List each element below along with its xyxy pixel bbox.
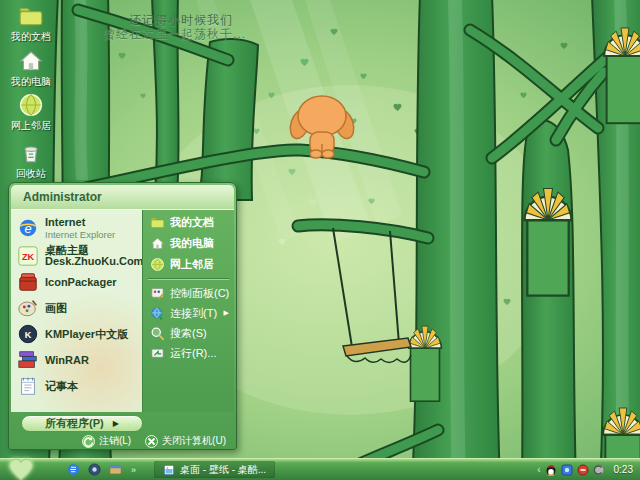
system-tray: ‹ 0:23 [537,464,640,476]
desktop-icon-label: 回收站 [16,167,46,181]
shutdown-button[interactable]: 关闭计算机(U) [145,434,226,448]
desktop-icon-my-documents[interactable]: 我的文档 [0,3,62,44]
item-title: IconPackager [45,277,117,288]
item-label: 我的文档 [170,215,214,230]
start-menu-item-my-documents[interactable]: 我的文档 [143,212,234,233]
tray-collapse-chevron[interactable]: ‹ [537,464,540,475]
my-computer-icon [18,48,44,74]
desktop-icon-label: 我的电脑 [11,75,51,89]
item-label: 运行(R)... [170,346,216,361]
item-label: 网上邻居 [170,257,214,272]
item-title: 记事本 [45,381,78,392]
item-label: 我的电脑 [170,236,214,251]
control-panel-icon [150,286,165,301]
zhuoku-theme-icon: ZK [17,245,39,267]
notepad-icon [17,375,39,397]
start-menu-item-iconpackager[interactable]: IconPackager [13,269,140,295]
paint-icon [17,297,39,319]
start-menu-item-zhuoku-theme[interactable]: ZK 桌酷主题Desk.ZhuoKu.Com [13,243,140,269]
quick-launch-ie-icon[interactable] [66,462,81,477]
task-button-wallpaper[interactable]: 桌面 - 壁纸 - 桌酷... [154,461,275,478]
tray-alert-icon[interactable] [577,464,589,476]
item-title: KMPlayer中文版 [45,329,128,340]
desktop-screen: 还记得小时候我们 曾经在这里一起荡秋千... 我的文档 我的电脑 网上邻居 回收… [0,0,640,480]
taskbar: » 桌面 - 壁纸 - 桌酷... ‹ [0,458,640,480]
kmplayer-icon: K [17,323,39,345]
item-title: 桌酷主题Desk.ZhuoKu.Com [45,245,143,267]
logoff-button[interactable]: 注销(L) [82,434,131,448]
item-label: 连接到(T) [170,306,217,321]
recycle-bin-icon [18,140,44,166]
svg-text:e: e [24,221,31,236]
item-label: 搜索(S) [170,326,207,341]
shutdown-label: 关闭计算机(U) [162,434,226,448]
quick-launch-overflow-chevron[interactable]: » [129,465,138,475]
task-button-label: 桌面 - 壁纸 - 桌酷... [180,463,266,477]
tray-security-icon[interactable] [561,464,573,476]
winrar-icon [17,349,39,371]
quick-launch-folder-icon[interactable] [108,462,123,477]
item-title: 画图 [45,303,67,314]
logoff-icon [82,435,95,448]
start-menu-item-notepad[interactable]: 记事本 [13,373,140,399]
desktop-icon-recycle-bin[interactable]: 回收站 [0,140,62,181]
start-menu-item-run[interactable]: 运行(R)... [143,343,234,363]
start-menu-item-internet[interactable]: e Internet Internet Explorer [13,213,140,243]
my-documents-icon [18,3,44,29]
internet-explorer-icon: e [17,217,39,239]
run-icon [150,346,165,361]
submenu-arrow-icon: ▶ [224,309,231,317]
start-menu-pinned-list: e Internet Internet Explorer ZK 桌酷主题Desk… [11,210,142,412]
start-heart-icon [6,457,36,480]
quick-launch-kmplayer-icon[interactable] [87,462,102,477]
start-menu-item-connect-to[interactable]: 连接到(T) ▶ [143,303,234,323]
start-menu-item-control-panel[interactable]: 控制面板(C) [143,283,234,303]
iconpackager-icon [17,271,39,293]
tray-qq-icon[interactable] [545,464,557,476]
start-menu-item-kmplayer[interactable]: K KMPlayer中文版 [13,321,140,347]
item-title: Internet [45,217,115,228]
item-label: 控制面板(C) [170,286,229,301]
all-programs-arrow-icon: ▶ [113,419,119,428]
item-subtitle: Internet Explorer [45,230,115,240]
desktop-icon-label: 网上邻居 [11,119,51,133]
start-menu-item-network-places[interactable]: 网上邻居 [143,254,234,275]
my-computer-icon [150,236,165,251]
svg-text:K: K [25,330,32,340]
item-title: WinRAR [45,355,89,366]
desktop-icon-label: 我的文档 [11,30,51,44]
desktop-icon-my-computer[interactable]: 我的电脑 [0,48,62,89]
start-button[interactable] [0,459,42,480]
svg-text:ZK: ZK [22,252,35,262]
task-window-icon [163,464,175,476]
network-places-icon [18,92,44,118]
start-menu-places-list: 我的文档 我的电脑 网上邻居 [142,210,234,412]
start-menu-item-my-computer[interactable]: 我的电脑 [143,233,234,254]
logoff-label: 注销(L) [99,434,131,448]
connect-to-icon [150,306,165,321]
start-menu-item-search[interactable]: 搜索(S) [143,323,234,343]
menu-separator [148,278,229,280]
tray-volume-icon[interactable] [593,464,605,476]
start-menu-item-paint[interactable]: 画图 [13,295,140,321]
start-menu: Administrator e Internet Internet Explor… [8,182,237,450]
desktop-icon-network-places[interactable]: 网上邻居 [0,92,62,133]
all-programs-label: 所有程序(P) [45,416,104,431]
search-icon [150,326,165,341]
start-menu-item-winrar[interactable]: WinRAR [13,347,140,373]
taskbar-clock[interactable]: 0:23 [614,464,633,475]
quick-launch: » [66,462,138,477]
start-menu-user: Administrator [11,185,234,210]
my-documents-icon [150,215,165,230]
all-programs-button[interactable]: 所有程序(P) ▶ [21,415,143,432]
shutdown-icon [145,435,158,448]
wallpaper-caption-line2: 曾经在这里一起荡秋千... [103,26,246,43]
network-places-icon [150,257,165,272]
